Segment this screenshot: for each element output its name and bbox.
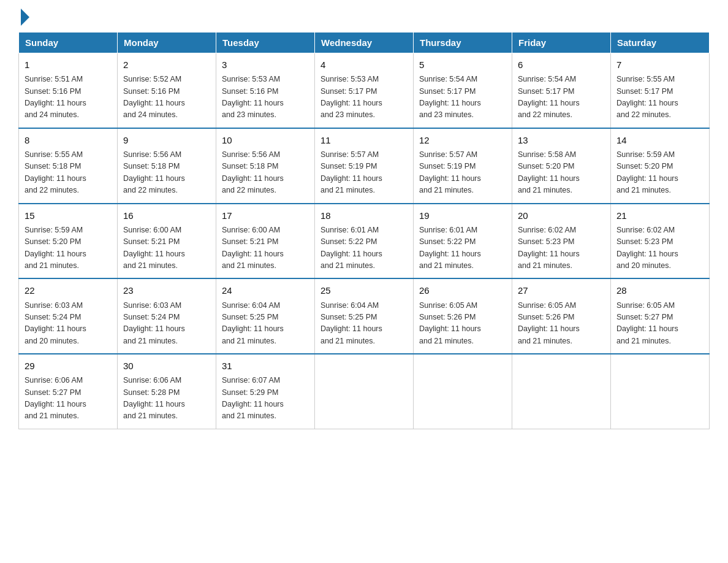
calendar-cell: 25Sunrise: 6:04 AMSunset: 5:25 PMDayligh… <box>315 278 414 354</box>
weekday-header-tuesday: Tuesday <box>216 33 315 53</box>
day-info: Sunrise: 6:07 AMSunset: 5:29 PMDaylight:… <box>222 375 309 423</box>
day-info: Sunrise: 6:05 AMSunset: 5:26 PMDaylight:… <box>518 300 605 348</box>
day-number: 12 <box>419 133 506 147</box>
day-number: 25 <box>320 283 408 297</box>
day-info: Sunrise: 5:52 AMSunset: 5:16 PMDaylight:… <box>123 74 210 121</box>
calendar-week-3: 15Sunrise: 5:59 AMSunset: 5:20 PMDayligh… <box>19 204 710 279</box>
calendar-cell: 14Sunrise: 5:59 AMSunset: 5:20 PMDayligh… <box>611 128 710 204</box>
weekday-header-sunday: Sunday <box>19 33 118 53</box>
calendar-cell: 1Sunrise: 5:51 AMSunset: 5:16 PMDaylight… <box>19 53 118 128</box>
day-number: 16 <box>123 209 210 223</box>
calendar-cell <box>414 354 512 429</box>
calendar-week-4: 22Sunrise: 6:03 AMSunset: 5:24 PMDayligh… <box>19 278 710 354</box>
calendar-cell: 10Sunrise: 5:56 AMSunset: 5:18 PMDayligh… <box>216 128 315 204</box>
day-number: 14 <box>616 133 703 147</box>
day-info: Sunrise: 5:57 AMSunset: 5:19 PMDaylight:… <box>419 149 506 197</box>
calendar-cell: 30Sunrise: 6:06 AMSunset: 5:28 PMDayligh… <box>118 354 216 429</box>
day-number: 28 <box>616 283 703 297</box>
calendar-cell: 11Sunrise: 5:57 AMSunset: 5:19 PMDayligh… <box>315 128 414 204</box>
day-info: Sunrise: 5:51 AMSunset: 5:16 PMDaylight:… <box>25 74 112 121</box>
weekday-header-wednesday: Wednesday <box>315 33 414 53</box>
day-number: 29 <box>25 359 112 373</box>
day-info: Sunrise: 6:05 AMSunset: 5:26 PMDaylight:… <box>419 300 506 348</box>
day-number: 8 <box>25 133 112 147</box>
day-info: Sunrise: 6:05 AMSunset: 5:27 PMDaylight:… <box>616 300 703 348</box>
calendar-cell: 18Sunrise: 6:01 AMSunset: 5:22 PMDayligh… <box>315 204 414 279</box>
day-number: 6 <box>518 58 605 72</box>
day-number: 10 <box>222 133 309 147</box>
day-info: Sunrise: 6:00 AMSunset: 5:21 PMDaylight:… <box>222 224 309 272</box>
calendar-week-2: 8Sunrise: 5:55 AMSunset: 5:18 PMDaylight… <box>19 128 710 204</box>
calendar-week-5: 29Sunrise: 6:06 AMSunset: 5:27 PMDayligh… <box>19 354 710 429</box>
day-info: Sunrise: 5:58 AMSunset: 5:20 PMDaylight:… <box>518 149 605 197</box>
page-header <box>18 12 710 21</box>
day-number: 7 <box>616 58 703 72</box>
weekday-header-monday: Monday <box>118 33 216 53</box>
day-info: Sunrise: 6:02 AMSunset: 5:23 PMDaylight:… <box>518 224 605 272</box>
day-info: Sunrise: 5:54 AMSunset: 5:17 PMDaylight:… <box>518 74 605 121</box>
day-number: 20 <box>518 209 605 223</box>
day-number: 22 <box>25 283 112 297</box>
day-number: 27 <box>518 283 605 297</box>
calendar-cell: 8Sunrise: 5:55 AMSunset: 5:18 PMDaylight… <box>19 128 118 204</box>
calendar-cell: 21Sunrise: 6:02 AMSunset: 5:23 PMDayligh… <box>611 204 710 279</box>
calendar-cell: 7Sunrise: 5:55 AMSunset: 5:17 PMDaylight… <box>611 53 710 128</box>
calendar-cell: 5Sunrise: 5:54 AMSunset: 5:17 PMDaylight… <box>414 53 512 128</box>
calendar-cell: 13Sunrise: 5:58 AMSunset: 5:20 PMDayligh… <box>512 128 611 204</box>
day-info: Sunrise: 5:56 AMSunset: 5:18 PMDaylight:… <box>123 149 210 197</box>
calendar-cell: 29Sunrise: 6:06 AMSunset: 5:27 PMDayligh… <box>19 354 118 429</box>
day-number: 13 <box>518 133 605 147</box>
calendar-cell: 4Sunrise: 5:53 AMSunset: 5:17 PMDaylight… <box>315 53 414 128</box>
day-number: 15 <box>25 209 112 223</box>
day-info: Sunrise: 5:59 AMSunset: 5:20 PMDaylight:… <box>25 224 112 272</box>
calendar-cell: 15Sunrise: 5:59 AMSunset: 5:20 PMDayligh… <box>19 204 118 279</box>
calendar-header-row: SundayMondayTuesdayWednesdayThursdayFrid… <box>19 33 710 53</box>
day-info: Sunrise: 6:04 AMSunset: 5:25 PMDaylight:… <box>320 300 408 348</box>
day-number: 2 <box>123 58 210 72</box>
calendar-cell: 3Sunrise: 5:53 AMSunset: 5:16 PMDaylight… <box>216 53 315 128</box>
day-number: 18 <box>320 209 408 223</box>
weekday-header-friday: Friday <box>512 33 611 53</box>
calendar-cell: 20Sunrise: 6:02 AMSunset: 5:23 PMDayligh… <box>512 204 611 279</box>
day-info: Sunrise: 5:54 AMSunset: 5:17 PMDaylight:… <box>419 74 506 121</box>
weekday-header-thursday: Thursday <box>414 33 512 53</box>
calendar-cell: 31Sunrise: 6:07 AMSunset: 5:29 PMDayligh… <box>216 354 315 429</box>
day-info: Sunrise: 6:03 AMSunset: 5:24 PMDaylight:… <box>25 300 112 348</box>
day-number: 31 <box>222 359 309 373</box>
day-info: Sunrise: 6:06 AMSunset: 5:27 PMDaylight:… <box>25 375 112 423</box>
day-number: 30 <box>123 359 210 373</box>
day-info: Sunrise: 5:55 AMSunset: 5:17 PMDaylight:… <box>616 74 703 121</box>
calendar-cell: 22Sunrise: 6:03 AMSunset: 5:24 PMDayligh… <box>19 278 118 354</box>
day-info: Sunrise: 6:01 AMSunset: 5:22 PMDaylight:… <box>320 224 408 272</box>
logo <box>18 12 29 21</box>
day-info: Sunrise: 5:59 AMSunset: 5:20 PMDaylight:… <box>616 149 703 197</box>
day-number: 17 <box>222 209 309 223</box>
logo-triangle-icon <box>21 9 29 26</box>
calendar-cell: 23Sunrise: 6:03 AMSunset: 5:24 PMDayligh… <box>118 278 216 354</box>
day-info: Sunrise: 6:03 AMSunset: 5:24 PMDaylight:… <box>123 300 210 348</box>
calendar-cell: 19Sunrise: 6:01 AMSunset: 5:22 PMDayligh… <box>414 204 512 279</box>
calendar-cell <box>512 354 611 429</box>
calendar-cell <box>315 354 414 429</box>
day-number: 19 <box>419 209 506 223</box>
day-number: 21 <box>616 209 703 223</box>
calendar-cell: 9Sunrise: 5:56 AMSunset: 5:18 PMDaylight… <box>118 128 216 204</box>
calendar-cell: 28Sunrise: 6:05 AMSunset: 5:27 PMDayligh… <box>611 278 710 354</box>
calendar-cell: 16Sunrise: 6:00 AMSunset: 5:21 PMDayligh… <box>118 204 216 279</box>
day-info: Sunrise: 6:01 AMSunset: 5:22 PMDaylight:… <box>419 224 506 272</box>
calendar-cell: 2Sunrise: 5:52 AMSunset: 5:16 PMDaylight… <box>118 53 216 128</box>
day-number: 9 <box>123 133 210 147</box>
day-number: 26 <box>419 283 506 297</box>
calendar-cell: 24Sunrise: 6:04 AMSunset: 5:25 PMDayligh… <box>216 278 315 354</box>
day-info: Sunrise: 5:56 AMSunset: 5:18 PMDaylight:… <box>222 149 309 197</box>
day-number: 5 <box>419 58 506 72</box>
day-number: 23 <box>123 283 210 297</box>
calendar-cell: 27Sunrise: 6:05 AMSunset: 5:26 PMDayligh… <box>512 278 611 354</box>
day-info: Sunrise: 5:53 AMSunset: 5:16 PMDaylight:… <box>222 74 309 121</box>
day-number: 11 <box>320 133 408 147</box>
day-number: 24 <box>222 283 309 297</box>
day-info: Sunrise: 5:57 AMSunset: 5:19 PMDaylight:… <box>320 149 408 197</box>
calendar-cell: 6Sunrise: 5:54 AMSunset: 5:17 PMDaylight… <box>512 53 611 128</box>
day-number: 1 <box>25 58 112 72</box>
day-number: 4 <box>320 58 408 72</box>
